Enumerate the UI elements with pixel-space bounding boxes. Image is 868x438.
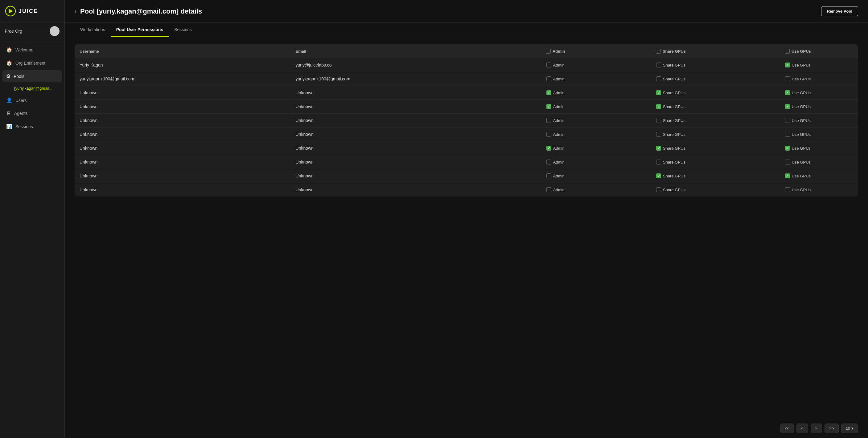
sidebar-item-welcome[interactable]: 🏠 Welcome [2, 44, 62, 56]
remove-pool-button[interactable]: Remove Pool [821, 6, 858, 16]
cell-use-gpus: Use GPUs [738, 169, 858, 183]
admin-label-3: Admin [553, 104, 565, 109]
use-gpus-label-5: Use GPUs [792, 132, 811, 137]
page-size-selector[interactable]: 10 ▾ [841, 424, 858, 433]
logo-text: JUICE [19, 8, 38, 14]
share-gpus-checkbox-9[interactable] [656, 187, 661, 192]
main-content: ‹ Pool [yuriy.kagan@gmail.com] details R… [65, 0, 868, 438]
share-gpus-checkbox-0[interactable] [656, 63, 661, 67]
back-button[interactable]: ‹ [74, 8, 76, 14]
cell-share-gpus: Share GPUs [604, 183, 737, 197]
use-gpus-checkbox-7[interactable] [785, 160, 790, 165]
tab-sessions[interactable]: Sessions [169, 23, 197, 37]
share-gpus-label-0: Share GPUs [663, 63, 685, 67]
use-gpus-checkbox-2[interactable] [785, 90, 790, 95]
header-admin-label: Admin [553, 49, 565, 54]
header-admin-checkbox[interactable] [546, 49, 551, 54]
admin-checkbox-2[interactable] [547, 90, 551, 95]
cell-use-gpus: Use GPUs [738, 128, 858, 141]
admin-checkbox-5[interactable] [547, 132, 551, 137]
next-page-button[interactable]: > [811, 424, 823, 433]
share-gpus-checkbox-4[interactable] [656, 118, 661, 123]
sidebar-item-org-label: Org Entitlement [16, 61, 45, 66]
share-gpus-checkbox-5[interactable] [656, 132, 661, 137]
sidebar-item-sessions-label: Sessions [16, 124, 33, 129]
home-icon-2: 🏠 [6, 60, 12, 66]
share-gpus-checkbox-3[interactable] [656, 104, 661, 109]
logo-area: JUICE [0, 0, 64, 23]
admin-checkbox-6[interactable] [547, 146, 551, 150]
admin-checkbox-1[interactable] [547, 76, 551, 81]
sidebar-pool-sub-item[interactable]: [yuriy.kagan@gmail... [2, 83, 62, 93]
share-gpus-checkbox-6[interactable] [656, 146, 661, 150]
tab-pool-user-permissions[interactable]: Pool User Permissions [111, 23, 169, 37]
admin-label-4: Admin [553, 118, 565, 123]
sidebar-pool-sub-label: [yuriy.kagan@gmail... [14, 86, 53, 91]
cell-admin: Admin [507, 128, 604, 141]
use-gpus-checkbox-4[interactable] [785, 118, 790, 123]
share-gpus-checkbox-7[interactable] [656, 160, 661, 165]
use-gpus-label-4: Use GPUs [792, 118, 811, 123]
sidebar-item-org-entitlement[interactable]: 🏠 Org Entitlement [2, 57, 62, 69]
share-gpus-label-4: Share GPUs [663, 118, 685, 123]
sidebar-item-welcome-label: Welcome [16, 47, 33, 53]
last-page-button[interactable]: >> [825, 424, 838, 433]
users-icon: 👤 [6, 97, 12, 103]
cell-username: Unknown [74, 128, 291, 141]
header-share-gpus-label: Share GPUs [663, 49, 686, 54]
col-share-gpus: Share GPUs [604, 44, 737, 58]
use-gpus-checkbox-0[interactable] [785, 63, 790, 67]
share-gpus-checkbox-2[interactable] [656, 90, 661, 95]
use-gpus-checkbox-6[interactable] [785, 146, 790, 150]
cell-share-gpus: Share GPUs [604, 114, 737, 128]
cell-email: Unknown [291, 141, 507, 155]
sidebar-item-users[interactable]: 👤 Users [2, 94, 62, 106]
cell-username: yuriykagan+100@gmail.com [74, 72, 291, 86]
admin-checkbox-7[interactable] [547, 160, 551, 165]
admin-checkbox-8[interactable] [547, 173, 551, 178]
use-gpus-checkbox-1[interactable] [785, 76, 790, 81]
admin-checkbox-9[interactable] [547, 187, 551, 192]
prev-page-button[interactable]: < [797, 424, 808, 433]
cell-admin: Admin [507, 58, 604, 72]
admin-label-8: Admin [553, 174, 565, 178]
sidebar-item-users-label: Users [16, 98, 27, 103]
tab-workstations[interactable]: Workstations [74, 23, 111, 37]
cell-use-gpus: Use GPUs [738, 114, 858, 128]
use-gpus-checkbox-8[interactable] [785, 173, 790, 178]
cell-share-gpus: Share GPUs [604, 58, 737, 72]
header-share-gpus-checkbox[interactable] [656, 49, 661, 54]
header-left: ‹ Pool [yuriy.kagan@gmail.com] details [74, 7, 202, 15]
main-header: ‹ Pool [yuriy.kagan@gmail.com] details R… [65, 0, 868, 23]
agents-icon: 🖥 [6, 110, 11, 116]
cell-share-gpus: Share GPUs [604, 169, 737, 183]
admin-checkbox-4[interactable] [547, 118, 551, 123]
use-gpus-checkbox-3[interactable] [785, 104, 790, 109]
cell-email: yuriy@juicelabs.co [291, 58, 507, 72]
first-page-button[interactable]: << [780, 424, 794, 433]
sidebar-item-sessions[interactable]: 📊 Sessions [2, 121, 62, 132]
table-row: UnknownUnknown Admin Share GPUs Use GPUs [74, 128, 858, 141]
org-selector[interactable]: Free Org [0, 23, 64, 40]
header-use-gpus-checkbox[interactable] [785, 49, 790, 54]
use-gpus-label-1: Use GPUs [792, 77, 811, 81]
admin-checkbox-3[interactable] [547, 104, 551, 109]
cell-share-gpus: Share GPUs [604, 155, 737, 169]
sidebar-item-agents[interactable]: 🖥 Agents [2, 107, 62, 119]
cell-use-gpus: Use GPUs [738, 58, 858, 72]
share-gpus-checkbox-8[interactable] [656, 173, 661, 178]
cell-email: Unknown [291, 155, 507, 169]
sidebar-item-agents-label: Agents [14, 111, 28, 116]
use-gpus-checkbox-9[interactable] [785, 187, 790, 192]
admin-checkbox-0[interactable] [547, 63, 551, 67]
admin-label-7: Admin [553, 160, 565, 165]
cell-email: Unknown [291, 114, 507, 128]
permissions-table-container: Username Email Admin Share GPUs [74, 44, 858, 197]
table-row: UnknownUnknown Admin Share GPUs Use GPUs [74, 169, 858, 183]
col-use-gpus: Use GPUs [738, 44, 858, 58]
use-gpus-checkbox-5[interactable] [785, 132, 790, 137]
cell-email: Unknown [291, 183, 507, 197]
share-gpus-checkbox-1[interactable] [656, 76, 661, 81]
sidebar-item-pools[interactable]: ⚙ Pools [2, 70, 62, 82]
tabs-bar: Workstations Pool User Permissions Sessi… [65, 23, 868, 37]
